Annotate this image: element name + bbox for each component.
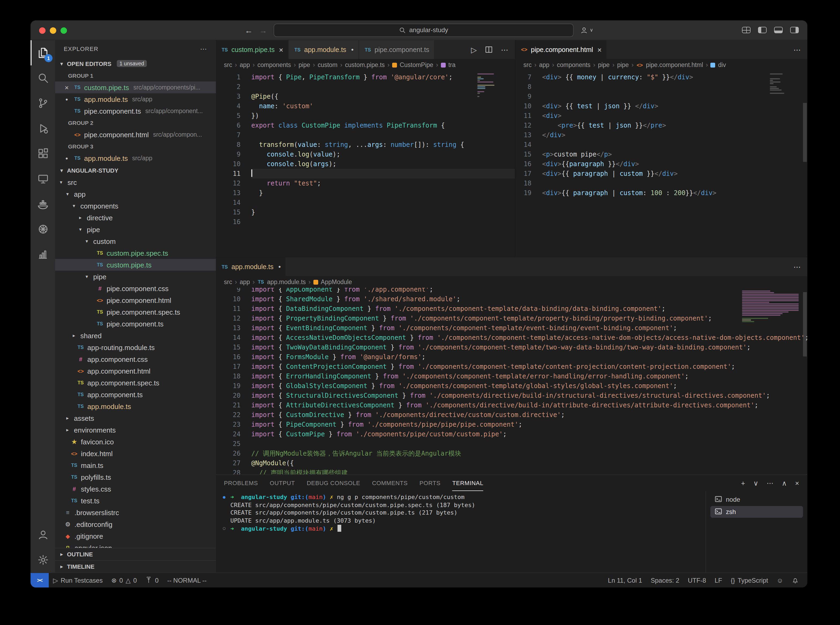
breadcrumb-item[interactable]: app [240,279,250,285]
scrollbar[interactable] [803,292,807,356]
code-editor[interactable]: 910111213141516171819202122232425262728i… [216,288,807,474]
tree-file-angular.json[interactable]: {}angular.json [55,542,216,548]
notifications-bell-icon[interactable] [787,573,803,588]
tree-file-pipe.component.spec.ts[interactable]: TSpipe.component.spec.ts [55,306,216,318]
tree-folder-environments[interactable]: ▸environments [55,424,216,436]
split-editor-button[interactable] [485,45,493,54]
more-actions-icon[interactable]: ⋯ [794,45,801,54]
open-editor-item[interactable]: <>pipe.component.htmlsrc/app/compon... [55,129,216,140]
terminal-instance-zsh[interactable]: zsh [710,506,803,518]
tree-file-pipe.component.html[interactable]: <>pipe.component.html [55,294,216,306]
breadcrumb-item[interactable]: app.module.ts [267,279,306,285]
cursor-position[interactable]: Ln 11, Col 1 [604,573,646,588]
tree-folder-components[interactable]: ▾components [55,200,216,212]
minimize-window-button[interactable] [50,27,56,34]
breadcrumb-item[interactable]: app [539,62,549,68]
panel-more-icon[interactable]: ⋯ [767,479,774,487]
breadcrumb-item[interactable]: CustomPipe [400,62,433,68]
tree-file-custom.pipe.spec.ts[interactable]: TScustom.pipe.spec.ts [55,247,216,259]
tree-file-main.ts[interactable]: TSmain.ts [55,459,216,471]
breadcrumb-item[interactable]: div [718,62,726,68]
activity-docker-icon[interactable] [31,191,55,216]
close-icon[interactable]: × [597,45,601,54]
breadcrumb[interactable]: src›app›components›pipe›pipe›<>pipe.comp… [515,59,807,71]
minimap[interactable] [742,289,801,323]
run-file-button[interactable]: ▷ [471,45,477,54]
feedback-icon[interactable]: ☺ [772,573,787,588]
tree-file-custom.pipe.ts[interactable]: TScustom.pipe.ts [55,259,216,271]
forward-button[interactable]: → [259,25,267,34]
terminal-profile-dropdown-icon[interactable]: ∨ [753,479,759,487]
scrollbar[interactable] [803,103,807,162]
breadcrumb-item[interactable]: pipe [298,62,310,68]
run-testcases-button[interactable]: ▷ Run Testcases [49,573,107,588]
activity-kubernetes-icon[interactable] [31,216,55,242]
ports-status[interactable]: 0 [141,573,163,588]
open-editor-item[interactable]: ●TSapp.module.tssrc/app [55,152,216,164]
more-actions-icon[interactable]: ⋯ [794,263,801,271]
tree-folder-pipe[interactable]: ▾pipe [55,224,216,235]
toggle-sidebar-icon[interactable] [758,27,767,33]
tree-file-polyfills.ts[interactable]: TSpolyfills.ts [55,471,216,483]
maximize-panel-icon[interactable]: ∧ [782,479,787,487]
activity-accounts-icon[interactable] [31,522,55,547]
activity-search-icon[interactable] [31,65,55,90]
open-editor-item[interactable]: ●TSapp.module.tssrc/app [55,93,216,105]
tree-file-.gitignore[interactable]: ◆.gitignore [55,530,216,542]
tree-file-favicon.ico[interactable]: ★favicon.ico [55,436,216,448]
tree-file-index.html[interactable]: <>index.html [55,448,216,459]
breadcrumb-item[interactable]: pipe.component.html [646,62,703,68]
encoding-status[interactable]: UTF-8 [683,573,710,588]
breadcrumb[interactable]: src›app›components›pipe›custom›custom.pi… [216,59,515,71]
breadcrumb-item[interactable]: components [257,62,291,68]
open-editors-header[interactable]: ▾ OPEN EDITORS 1 unsaved [55,58,216,70]
activity-settings-icon[interactable] [31,547,55,572]
breadcrumb-item[interactable]: src [224,279,232,285]
eol-status[interactable]: LF [710,573,727,588]
tree-file-app-routing.module.ts[interactable]: TSapp-routing.module.ts [55,342,216,353]
tree-folder-pipe[interactable]: ▾pipe [55,271,216,283]
panel-tab-problems[interactable]: PROBLEMS [224,475,258,491]
tree-folder-assets[interactable]: ▸assets [55,412,216,424]
activity-remote-explorer-icon[interactable] [31,166,55,191]
close-icon[interactable]: × [279,45,283,54]
tree-file-pipe.component.css[interactable]: #pipe.component.css [55,283,216,294]
remote-indicator[interactable]: >< [31,573,49,588]
tree-folder-app[interactable]: ▾app [55,188,216,200]
profile-button[interactable]: ∨ [580,26,593,34]
activity-source-control-icon[interactable] [31,90,55,116]
problems-status[interactable]: ⊗ 0 △ 0 [107,573,141,588]
tree-folder-custom[interactable]: ▾custom [55,235,216,247]
toggle-secondary-sidebar-icon[interactable] [790,27,799,33]
tab-custom.pipe.ts[interactable]: TScustom.pipe.ts× [216,40,289,59]
maximize-window-button[interactable] [60,27,67,34]
explorer-more-icon[interactable]: ⋯ [200,45,207,53]
minimap[interactable] [477,72,508,99]
panel-tab-output[interactable]: OUTPUT [270,475,295,491]
tree-file-pipe.component.ts[interactable]: TSpipe.component.ts [55,318,216,330]
breadcrumb-item[interactable]: src [224,62,232,68]
back-button[interactable]: ← [245,25,253,34]
tree-file-.browserslistrc[interactable]: ≡.browserslistrc [55,507,216,518]
terminal[interactable]: ●➜ angular-study git:(main) ✗ ng g p com… [216,491,705,572]
tree-file-app.component.spec.ts[interactable]: TSapp.component.spec.ts [55,377,216,389]
command-center-search[interactable]: angular-study [273,23,573,37]
more-actions-icon[interactable]: ⋯ [501,45,508,54]
breadcrumb-item[interactable]: pipe [598,62,610,68]
tree-folder-directive[interactable]: ▸directive [55,212,216,224]
activity-explorer-icon[interactable]: 1 [31,40,55,65]
activity-resource-monitor-icon[interactable] [31,242,55,267]
open-editor-item[interactable]: TSpipe.component.tssrc/app/component... [55,105,216,117]
terminal-instance-node[interactable]: node [710,494,803,505]
tree-file-styles.css[interactable]: #styles.css [55,483,216,495]
close-panel-icon[interactable]: × [795,479,799,487]
tab-pipe.component.html[interactable]: <>pipe.component.html× [515,40,607,59]
tree-file-app.component.ts[interactable]: TSapp.component.ts [55,389,216,400]
tree-file-app.component.css[interactable]: #app.component.css [55,353,216,365]
breadcrumb[interactable]: src›app›TSapp.module.ts›AppModule [216,276,807,288]
breadcrumb-item[interactable]: tra [448,62,456,68]
tab-app.module.ts[interactable]: TSapp.module.ts● [289,40,359,59]
breadcrumb-item[interactable]: custom [318,62,338,68]
indentation-status[interactable]: Spaces: 2 [646,573,683,588]
breadcrumb-item[interactable]: AppModule [321,279,352,285]
